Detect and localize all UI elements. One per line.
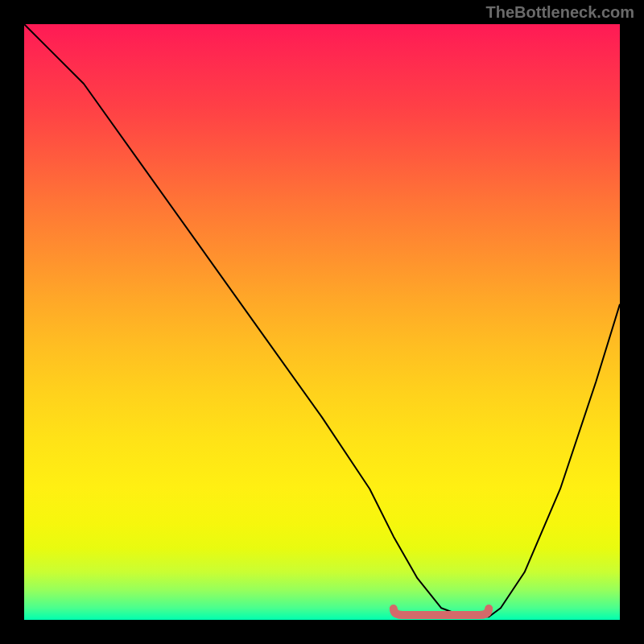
chart-svg [24, 24, 620, 620]
chart-plot-area [24, 24, 620, 620]
bottleneck-curve [24, 24, 620, 617]
valley-highlight [394, 609, 489, 615]
watermark-text: TheBottleneck.com [486, 3, 634, 22]
